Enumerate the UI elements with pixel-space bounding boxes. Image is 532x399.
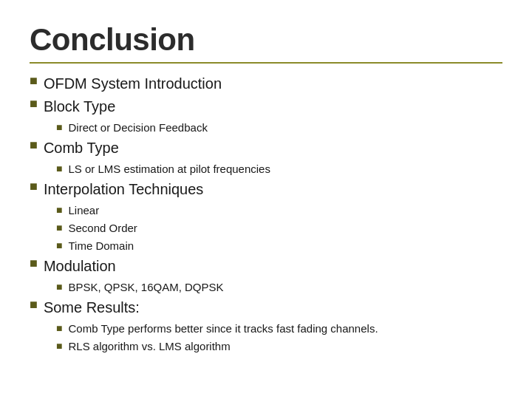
sub-bullet-ls: ■ LS or LMS estimation at pilot frequenc… xyxy=(56,161,502,177)
bullet-ofdm: ■ OFDM System Introduction xyxy=(30,74,502,94)
bullet-text: Interpolation Techniques xyxy=(44,180,203,200)
bullet-text: Block Type xyxy=(44,97,115,117)
bullet-marker: ■ xyxy=(30,297,38,313)
sub-bullet-rls: ■ RLS algorithm vs. LMS algorithm xyxy=(56,338,502,354)
sub-bullet-direct: ■ Direct or Decision Feedback xyxy=(56,120,502,135)
slide-title: Conclusion xyxy=(30,22,502,58)
item-modulation: ■ Modulation ■ BPSK, QPSK, 16QAM, DQPSK xyxy=(30,256,502,295)
sub-text: RLS algorithm vs. LMS algorithm xyxy=(68,338,230,354)
sub-text: Linear xyxy=(68,202,99,218)
bullet-text: Comb Type xyxy=(44,138,119,158)
bullet-marker: ■ xyxy=(30,256,38,271)
bullet-comb-type: ■ Comb Type xyxy=(30,138,502,158)
bullet-marker: ■ xyxy=(30,179,38,194)
sub-marker: ■ xyxy=(56,322,62,334)
content-area: ■ OFDM System Introduction ■ Block Type … xyxy=(30,74,502,354)
sub-text: BPSK, QPSK, 16QAM, DQPSK xyxy=(68,279,223,295)
sub-marker: ■ xyxy=(56,239,62,251)
sub-marker: ■ xyxy=(56,204,62,216)
bullet-block-type: ■ Block Type xyxy=(30,97,502,117)
sub-bullet-comb-better: ■ Comb Type performs better since it tra… xyxy=(56,321,502,336)
bullet-marker: ■ xyxy=(30,96,38,112)
item-results: ■ Some Results: ■ Comb Type performs bet… xyxy=(30,298,502,354)
sub-text: Comb Type performs better since it track… xyxy=(68,321,378,336)
sub-text: Direct or Decision Feedback xyxy=(68,120,207,135)
sub-marker: ■ xyxy=(56,121,62,133)
bullet-marker: ■ xyxy=(30,137,38,153)
item-interpolation: ■ Interpolation Techniques ■ Linear ■ Se… xyxy=(30,180,502,253)
sub-bullet-time: ■ Time Domain xyxy=(56,238,502,253)
sub-text: LS or LMS estimation at pilot frequencie… xyxy=(68,161,270,177)
sub-bullet-second: ■ Second Order xyxy=(56,220,502,236)
item-comb-type: ■ Comb Type ■ LS or LMS estimation at pi… xyxy=(30,138,502,177)
slide: Conclusion ■ OFDM System Introduction ■ … xyxy=(0,0,532,399)
bullet-text: Some Results: xyxy=(44,298,140,318)
bullet-interpolation: ■ Interpolation Techniques xyxy=(30,180,502,200)
item-block-type: ■ Block Type ■ Direct or Decision Feedba… xyxy=(30,97,502,135)
sub-bullet-bpsk: ■ BPSK, QPSK, 16QAM, DQPSK xyxy=(56,279,502,295)
sub-marker: ■ xyxy=(56,281,62,293)
sub-text: Second Order xyxy=(68,220,137,236)
bullet-marker: ■ xyxy=(30,73,38,89)
sub-marker: ■ xyxy=(56,340,62,352)
sub-bullet-linear: ■ Linear xyxy=(56,202,502,218)
sub-text: Time Domain xyxy=(68,238,134,253)
bullet-modulation: ■ Modulation xyxy=(30,256,502,276)
sub-marker: ■ xyxy=(56,163,62,174)
sub-marker: ■ xyxy=(56,222,62,233)
bullet-text: OFDM System Introduction xyxy=(44,74,222,94)
item-ofdm: ■ OFDM System Introduction xyxy=(30,74,502,94)
bullet-text: Modulation xyxy=(44,256,116,276)
title-divider xyxy=(30,62,502,64)
bullet-results: ■ Some Results: xyxy=(30,298,502,318)
